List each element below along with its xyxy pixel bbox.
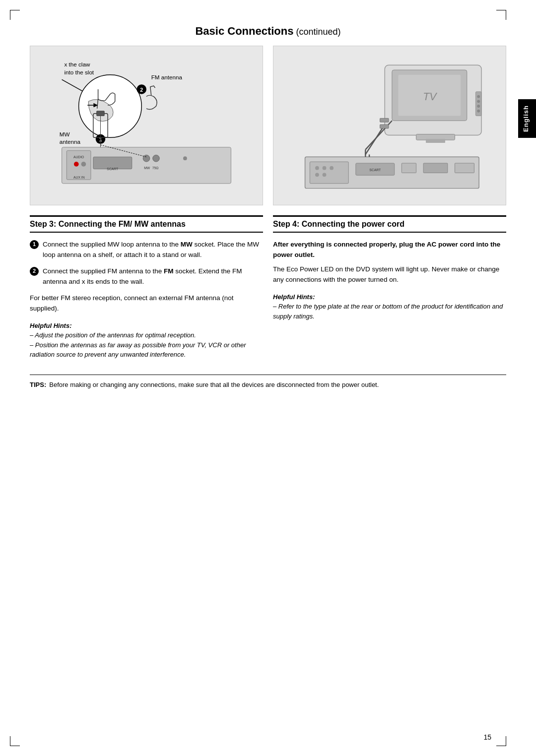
svg-point-50 [323, 173, 327, 177]
svg-point-48 [330, 166, 334, 170]
step4-hints: Helpful Hints: – Refer to the type plate… [273, 292, 506, 321]
step4-body: After everything is connected properly, … [273, 240, 506, 321]
tips-label: TIPS: [30, 380, 46, 390]
corner-mark-bl [10, 736, 20, 746]
page-title: Basic Connections (continued) [30, 25, 506, 38]
number-2-circle: 2 [30, 267, 39, 276]
svg-text:SCART: SCART [369, 168, 381, 172]
svg-rect-45 [310, 162, 348, 184]
step3-item1: 1 Connect the supplied MW loop antenna t… [30, 240, 263, 260]
corner-mark-tl [10, 10, 20, 20]
corner-mark-tr [496, 10, 506, 20]
right-diagram-svg: TV [278, 51, 501, 200]
svg-point-11 [74, 162, 79, 167]
english-tab: English [518, 99, 536, 138]
tips-bar: TIPS: Before making or changing any conn… [30, 375, 506, 390]
svg-text:AUDIO: AUDIO [73, 155, 84, 159]
svg-rect-53 [402, 163, 416, 173]
svg-line-1 [62, 79, 84, 91]
diagram-row: x the claw into the slot 2 [30, 46, 506, 205]
svg-text:TV: TV [423, 91, 437, 103]
svg-point-35 [477, 100, 480, 103]
step4-column: Step 4: Connecting the power cord After … [273, 215, 506, 360]
caption-text: x the claw [64, 61, 90, 67]
step3-hints-title: Helpful Hints: [30, 322, 72, 329]
title-main: Basic Connections [195, 25, 293, 37]
svg-text:2: 2 [140, 87, 143, 93]
page-container: English Basic Connections (continued) x … [0, 0, 536, 756]
svg-point-46 [315, 166, 319, 170]
step3-item1-text: Connect the supplied MW loop antenna to … [43, 240, 263, 260]
step4-body-text: The Eco Power LED on the DVD system will… [273, 264, 506, 285]
svg-text:AUX IN: AUX IN [73, 176, 85, 179]
svg-point-37 [477, 110, 480, 113]
title-suffix: (continued) [293, 27, 340, 37]
svg-rect-42 [380, 118, 389, 122]
svg-point-49 [315, 173, 319, 177]
svg-point-34 [477, 95, 480, 98]
step3-hint2: – Position the antennas as far away as p… [30, 341, 246, 359]
corner-mark-br [496, 736, 506, 746]
svg-rect-54 [423, 163, 448, 173]
svg-text:FM antenna: FM antenna [151, 74, 183, 80]
svg-text:SCART: SCART [107, 167, 118, 171]
step3-hints: Helpful Hints: – Adjust the position of … [30, 321, 263, 360]
left-diagram-box: x the claw into the slot 2 [30, 46, 263, 205]
page-number: 15 [483, 733, 491, 741]
svg-rect-26 [97, 111, 105, 116]
step3-hint1: – Adjust the position of the antennas fo… [30, 331, 196, 339]
step4-hints-title: Helpful Hints: [273, 293, 315, 301]
svg-point-47 [323, 166, 327, 170]
svg-text:75Ω: 75Ω [152, 166, 159, 170]
svg-point-12 [81, 162, 86, 167]
svg-point-17 [153, 155, 160, 162]
step4-hint1: – Refer to the type plate at the rear or… [273, 303, 503, 320]
right-diagram-box: TV [273, 46, 506, 205]
svg-rect-43 [380, 125, 389, 128]
step3-column: Step 3: Connecting the FM/ MW antennas 1… [30, 215, 263, 360]
left-diagram-svg: x the claw into the slot 2 [35, 51, 258, 200]
svg-point-20 [183, 156, 187, 160]
svg-text:MW: MW [144, 166, 150, 170]
number-1-circle: 1 [30, 240, 39, 249]
step3-heading: Step 3: Connecting the FM/ MW antennas [30, 215, 263, 233]
svg-text:antenna: antenna [60, 138, 81, 145]
svg-point-16 [143, 155, 150, 162]
tips-text: Before making or changing any connection… [49, 380, 379, 390]
svg-line-41 [365, 125, 385, 154]
svg-text:MW: MW [60, 131, 70, 137]
svg-rect-39 [426, 139, 445, 143]
svg-point-36 [477, 105, 480, 108]
step4-bold-intro: After everything is connected properly, … [273, 240, 506, 260]
svg-text:into the slot: into the slot [64, 69, 94, 75]
svg-rect-55 [455, 163, 474, 173]
step3-item2: 2 Connect the supplied FM antenna to the… [30, 266, 263, 287]
content-row: Step 3: Connecting the FM/ MW antennas 1… [30, 215, 506, 360]
step3-paragraph: For better FM stereo reception, connect … [30, 293, 263, 314]
step3-body: 1 Connect the supplied MW loop antenna t… [30, 240, 263, 360]
step4-heading: Step 4: Connecting the power cord [273, 215, 506, 233]
step3-item2-text: Connect the supplied FM antenna to the F… [43, 266, 263, 287]
